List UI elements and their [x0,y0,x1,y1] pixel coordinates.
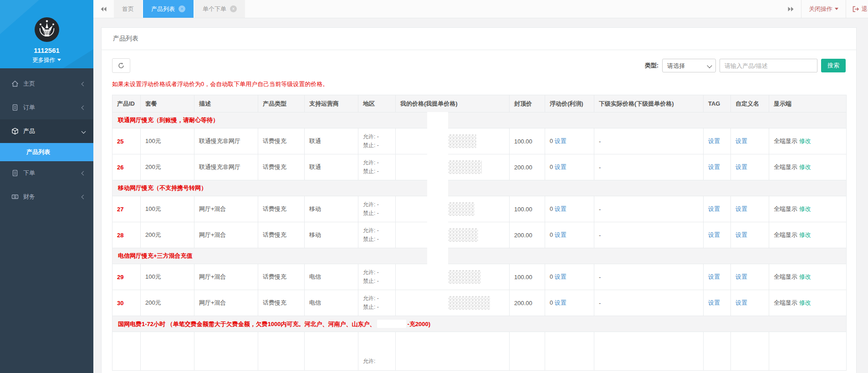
custom-name-set-link[interactable]: 设置 [735,138,747,144]
region-forbid: 禁止: - [363,277,391,286]
cell-tag: 设置 [704,222,731,248]
tab-home[interactable]: 首页 [114,0,142,18]
cell-cap-price: 200.00 [510,290,545,316]
cell-sub-price: - [594,196,704,222]
panel-body: 类型: 请选择 搜索 如果未设置浮动价格或者浮动价为0，会自动取下单用户自己当前… [102,50,856,373]
region-allow: 允许: - [363,294,391,303]
display-modify-link[interactable]: 修改 [799,273,811,280]
toolbar: 类型: 请选择 搜索 [112,58,846,73]
column-header-7: 封顶价 [510,95,545,112]
cell-display-side: 全端显示 修改 [769,222,847,248]
group-header-row: 电信网厅慢充+三方混合充值 [112,248,847,264]
more-actions-dropdown[interactable]: 更多操作 [0,56,93,64]
tag-set-link[interactable]: 设置 [708,164,720,170]
censor-strip [427,112,448,276]
group-title: 国网电费1-72小时 （单笔交费金额需大于欠费金额，欠费1000内可充。河北户、… [118,321,376,327]
type-label: 类型: [645,61,659,70]
sidebar-item-finance[interactable]: 财务 [0,185,93,209]
sidebar-header: 1112561 更多操作 [0,0,93,68]
float-price-set-link[interactable]: 设置 [555,138,567,144]
float-price-set-link[interactable]: 设置 [555,299,567,306]
cell-float-price: 0 设置 [545,154,594,180]
censored-price [448,202,475,216]
cell-region: 允许: -禁止: - [358,290,396,316]
cell-region: 允许: -禁止: - [358,154,396,180]
region-allow: 允许: - [363,158,391,167]
tab-single-order[interactable]: 单个下单 × [194,0,245,18]
group-title: 移动网厅慢充（不支持携号转网） [118,184,207,191]
tag-set-link[interactable]: 设置 [708,299,720,306]
region-forbid: 禁止: - [363,209,391,218]
close-actions-dropdown[interactable]: 关闭操作 [802,5,846,13]
tab-product-list[interactable]: 产品列表 × [143,0,194,18]
search-button[interactable]: 搜索 [821,59,846,72]
tab-label: 单个下单 [203,5,226,13]
partial-cell [112,332,141,371]
sidebar-item-orders[interactable]: 订单 [0,96,93,119]
partial-cell [510,332,545,371]
display-modify-link[interactable]: 修改 [799,164,811,170]
product-table: 产品ID套餐描述产品类型支持运营商地区我的价格(我提单价格)封顶价浮动价(利润)… [112,95,847,371]
tag-set-link[interactable]: 设置 [708,205,720,212]
search-input[interactable] [720,59,817,72]
content-area: 产品列表 类型: 请选择 [93,18,868,373]
cell-tag: 设置 [704,264,731,290]
custom-name-set-link[interactable]: 设置 [735,273,747,280]
column-header-10: TAG [704,95,731,112]
cell-display-side: 全端显示 修改 [769,154,847,180]
partial-cell [194,332,258,371]
product-row: 30200元网厅+混合话费慢充电信允许: -禁止: -200.000 设置-设置… [112,290,847,316]
cell-product-type: 话费慢充 [258,154,305,180]
chevron-down-icon [82,129,86,133]
cell-product-type: 话费慢充 [258,290,305,316]
custom-name-set-link[interactable]: 设置 [735,231,747,238]
partial-cell [769,332,847,371]
cell-tag: 设置 [704,128,731,154]
cell-custom-name: 设置 [731,264,769,290]
sidebar-item-home[interactable]: 主页 [0,72,93,96]
logout-button[interactable]: 退出 [846,5,868,13]
cell-my-price [396,290,510,316]
display-modify-link[interactable]: 修改 [799,231,811,238]
region-allow: 允许: - [363,268,391,277]
float-price-set-link[interactable]: 设置 [555,164,567,170]
tab-close-icon[interactable]: × [230,5,237,12]
product-table-body: 联通网厅慢充（到账慢，请耐心等待）25100元联通慢充非网厅话费慢充联通允许: … [112,112,847,371]
custom-name-set-link[interactable]: 设置 [735,299,747,306]
sidebar-item-place-order[interactable]: 下单 [0,161,93,185]
sidebar-subitem-product-list[interactable]: 产品列表 [0,143,93,161]
column-header-1: 套餐 [141,95,194,112]
display-modify-link[interactable]: 修改 [799,138,811,144]
type-select-wrap: 请选择 [662,59,716,72]
cell-sub-price: - [594,222,704,248]
type-select[interactable]: 请选择 [662,59,716,72]
file-icon [11,104,19,111]
crown-logo-icon [34,16,60,43]
custom-name-set-link[interactable]: 设置 [735,205,747,212]
cell-my-price [396,196,510,222]
float-price-set-link[interactable]: 设置 [555,205,567,212]
custom-name-set-link[interactable]: 设置 [735,164,747,170]
tag-set-link[interactable]: 设置 [708,138,720,144]
tabs-scroll-left-button[interactable] [93,0,114,18]
cell-tag: 设置 [704,196,731,222]
sidebar-item-products[interactable]: 产品 [0,119,93,143]
cell-cap-price: 200.00 [510,154,545,180]
tab-close-icon[interactable]: × [179,5,185,12]
cell-tag: 设置 [704,290,731,316]
partial-cell [704,332,731,371]
cell-cap-price: 100.00 [510,264,545,290]
caret-down-icon [835,8,838,10]
cell-product-id: 25 [112,128,141,154]
float-price-set-link[interactable]: 设置 [555,231,567,238]
refresh-button[interactable] [112,58,130,73]
tag-set-link[interactable]: 设置 [708,273,720,280]
cell-sub-price: - [594,290,704,316]
cell-product-id: 27 [112,196,141,222]
float-price-set-link[interactable]: 设置 [555,273,567,280]
tabs-scroll-right-button[interactable] [781,6,801,12]
display-modify-link[interactable]: 修改 [799,205,811,212]
product-row: 25100元联通慢充非网厅话费慢充联通允许: -禁止: -100.000 设置-… [112,128,847,154]
display-modify-link[interactable]: 修改 [799,299,811,306]
tag-set-link[interactable]: 设置 [708,231,720,238]
